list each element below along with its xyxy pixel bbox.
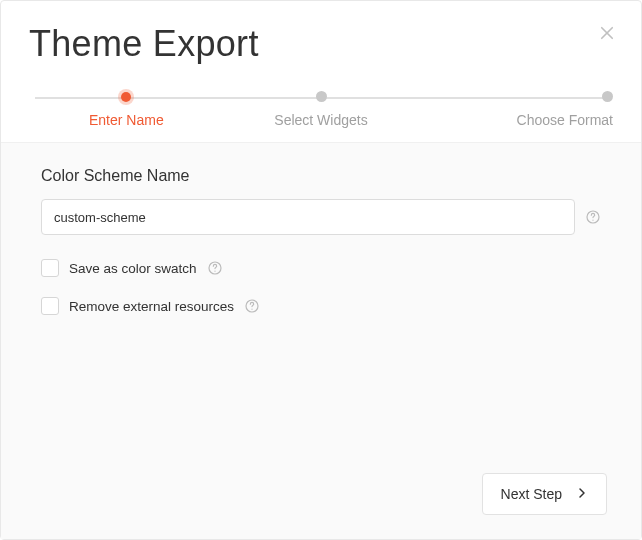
remove-external-checkbox[interactable] (41, 297, 59, 315)
next-step-label: Next Step (501, 486, 562, 502)
step-label: Choose Format (517, 112, 613, 128)
help-icon[interactable] (207, 260, 223, 276)
step-dot-icon (121, 92, 131, 102)
step-dot-icon (602, 91, 613, 102)
help-icon[interactable] (585, 209, 601, 225)
next-step-button[interactable]: Next Step (482, 473, 607, 515)
modal-header: Theme Export (1, 1, 641, 81)
modal-footer: Next Step (482, 473, 607, 515)
step-select-widgets[interactable]: Select Widgets (224, 91, 419, 128)
save-swatch-checkbox[interactable] (41, 259, 59, 277)
svg-point-5 (214, 271, 215, 272)
close-button[interactable] (595, 23, 619, 47)
modal-title: Theme Export (29, 23, 613, 65)
svg-point-3 (592, 220, 593, 221)
step-choose-format[interactable]: Choose Format (418, 91, 613, 128)
close-icon (598, 24, 616, 46)
chevron-right-icon (576, 486, 588, 502)
step-label: Enter Name (89, 112, 164, 128)
help-icon[interactable] (244, 298, 260, 314)
scheme-name-row (41, 199, 601, 235)
theme-export-modal: Theme Export Enter Name Select Widgets C… (0, 0, 642, 540)
remove-external-row: Remove external resources (41, 297, 601, 315)
scheme-name-label: Color Scheme Name (41, 167, 601, 185)
save-swatch-label[interactable]: Save as color swatch (69, 261, 197, 276)
scheme-name-input[interactable] (41, 199, 575, 235)
step-enter-name[interactable]: Enter Name (29, 92, 224, 128)
stepper: Enter Name Select Widgets Choose Format (1, 81, 641, 128)
step-dot-icon (316, 91, 327, 102)
modal-body: Color Scheme Name Save as color swatch (1, 142, 641, 539)
step-label: Select Widgets (274, 112, 367, 128)
remove-external-label[interactable]: Remove external resources (69, 299, 234, 314)
save-swatch-row: Save as color swatch (41, 259, 601, 277)
svg-point-7 (251, 309, 252, 310)
